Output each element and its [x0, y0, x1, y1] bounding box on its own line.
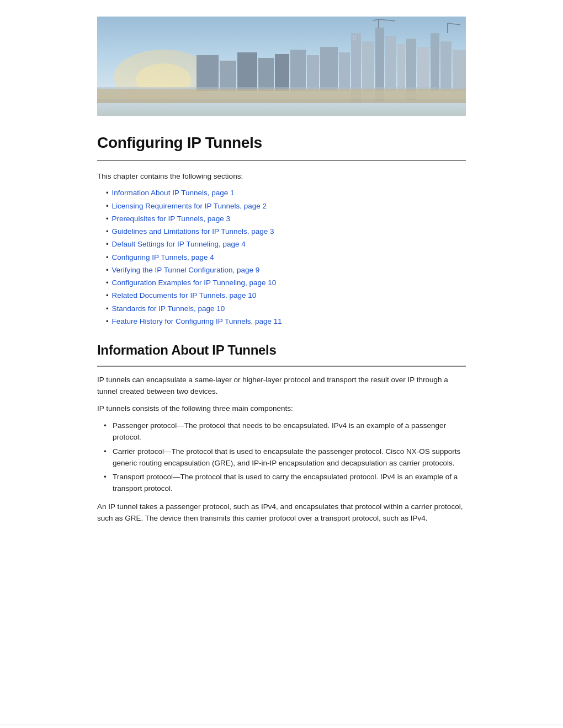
svg-rect-4 [351, 33, 361, 91]
toc-list: Information About IP Tunnels, page 1 Lic… [106, 188, 466, 327]
section1-para3: An IP tunnel takes a passenger protocol,… [97, 501, 466, 524]
svg-rect-5 [362, 41, 374, 91]
chapter-title-rule [97, 160, 466, 161]
header-image [97, 17, 466, 116]
page-wrapper: Configuring IP Tunnels This chapter cont… [0, 17, 563, 728]
toc-link-8[interactable]: Configuration Examples for IP Tunneling,… [112, 277, 277, 288]
svg-rect-11 [431, 33, 439, 91]
chapter-title: Configuring IP Tunnels [97, 131, 466, 154]
svg-rect-6 [375, 28, 384, 91]
page-footer: Cisco Nexus 3000 Series NX-OS Interfaces… [0, 725, 563, 728]
toc-link-3[interactable]: Prerequisites for IP Tunnels, page 3 [112, 213, 230, 224]
skyline-svg [97, 17, 466, 116]
toc-item-10: Standards for IP Tunnels, page 10 [106, 303, 466, 314]
toc-link-2[interactable]: Licensing Requirements for IP Tunnels, p… [112, 201, 267, 212]
svg-rect-38 [97, 97, 208, 98]
toc-link-7[interactable]: Verifying the IP Tunnel Configuration, p… [112, 265, 260, 276]
svg-rect-10 [417, 47, 429, 91]
intro-text: This chapter contains the following sect… [97, 171, 466, 182]
svg-rect-20 [320, 47, 338, 91]
svg-rect-16 [353, 39, 354, 40]
toc-item-11: Feature History for Configuring IP Tunne… [106, 316, 466, 327]
svg-rect-7 [385, 36, 396, 91]
svg-rect-8 [397, 44, 405, 91]
toc-link-9[interactable]: Related Documents for IP Tunnels, page 1… [112, 290, 257, 301]
toc-item-4: Guidelines and Limitations for IP Tunnel… [106, 226, 466, 237]
toc-link-1[interactable]: Information About IP Tunnels, page 1 [112, 188, 235, 199]
toc-link-4[interactable]: Guidelines and Limitations for IP Tunnel… [112, 226, 274, 237]
svg-rect-15 [355, 36, 356, 37]
toc-item-2: Licensing Requirements for IP Tunnels, p… [106, 201, 466, 212]
svg-rect-18 [290, 50, 306, 91]
toc-link-10[interactable]: Standards for IP Tunnels, page 10 [112, 303, 225, 314]
svg-rect-22 [196, 55, 219, 91]
svg-rect-24 [237, 52, 257, 91]
bullet-item-2: Carrier protocol—The protocol that is us… [113, 446, 466, 469]
svg-rect-13 [453, 50, 466, 91]
toc-item-5: Default Settings for IP Tunneling, page … [106, 239, 466, 250]
toc-link-6[interactable]: Configuring IP Tunnels, page 4 [112, 252, 214, 263]
svg-rect-12 [440, 41, 452, 91]
toc-item-9: Related Documents for IP Tunnels, page 1… [106, 290, 466, 301]
svg-rect-21 [339, 52, 350, 91]
content-area: Configuring IP Tunnels This chapter cont… [97, 131, 466, 552]
svg-rect-9 [406, 39, 416, 91]
toc-item-8: Configuration Examples for IP Tunneling,… [106, 277, 466, 288]
svg-rect-26 [275, 54, 289, 91]
toc-item-3: Prerequisites for IP Tunnels, page 3 [106, 213, 466, 224]
toc-item-7: Verifying the IP Tunnel Configuration, p… [106, 265, 466, 276]
section1-bullets: Passenger protocol—The protocol that nee… [113, 420, 466, 495]
toc-link-5[interactable]: Default Settings for IP Tunneling, page … [112, 239, 246, 250]
svg-rect-17 [355, 39, 356, 40]
section1-para2: IP tunnels consists of the following thr… [97, 403, 466, 415]
toc-item-6: Configuring IP Tunnels, page 4 [106, 252, 466, 263]
toc-link-11[interactable]: Feature History for Configuring IP Tunne… [112, 316, 282, 327]
toc-item-1: Information About IP Tunnels, page 1 [106, 188, 466, 199]
section1-para1: IP tunnels can encapsulate a same-layer … [97, 374, 466, 398]
bullet-item-1: Passenger protocol—The protocol that nee… [113, 420, 466, 443]
svg-rect-14 [353, 36, 354, 37]
svg-rect-25 [258, 58, 274, 91]
svg-rect-23 [220, 61, 236, 91]
svg-rect-35 [97, 87, 466, 89]
section1-rule [97, 366, 466, 367]
section1-title: Information About IP Tunnels [97, 340, 466, 360]
svg-rect-19 [307, 55, 319, 91]
bullet-item-3: Transport protocol—The protocol that is … [113, 472, 466, 495]
